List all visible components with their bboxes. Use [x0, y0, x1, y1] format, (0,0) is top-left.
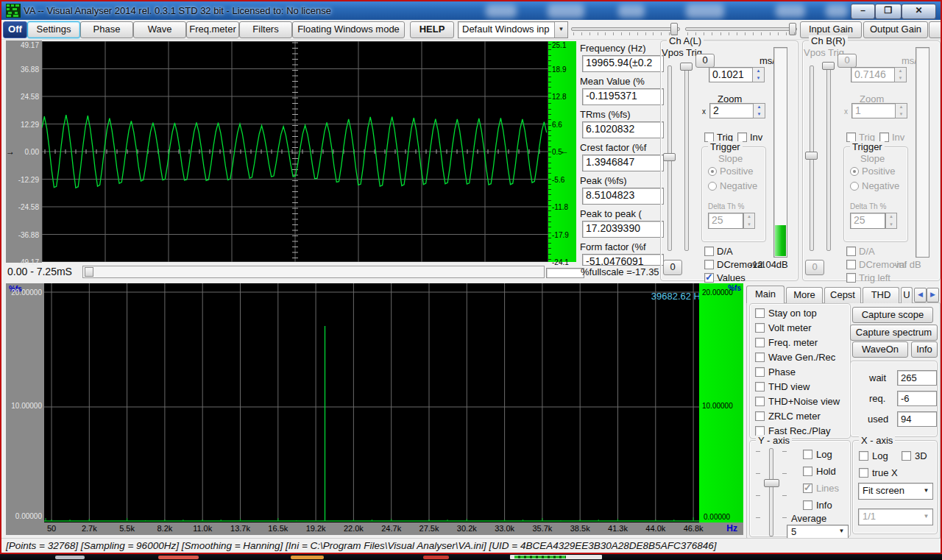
view-option-checkbox-wave-gen-rec[interactable] — [755, 352, 765, 362]
dropdown-arrow-icon[interactable]: ▼ — [920, 483, 932, 499]
filters-button[interactable]: Filters — [239, 21, 292, 38]
tab-thd[interactable]: THD — [863, 287, 899, 303]
channel-a-trig-thumb[interactable] — [680, 63, 693, 71]
channel-a-vpos-thumb[interactable] — [663, 153, 676, 161]
capture-scope-button[interactable]: Capture scope — [852, 307, 933, 323]
channel-a-zoom-spinner[interactable]: ▲▼ — [753, 103, 765, 118]
tab-cepst[interactable]: Cepst — [824, 287, 861, 303]
dropdown-arrow-icon[interactable]: ▼ — [835, 525, 848, 539]
used-value[interactable]: 94 — [897, 411, 937, 427]
view-option-checkbox-freq-meter[interactable] — [755, 338, 765, 347]
taskbar-icon[interactable] — [291, 556, 324, 559]
channel-b-zero-bottom-button[interactable]: 0 — [805, 260, 824, 275]
x-log-checkbox[interactable] — [859, 451, 868, 461]
output-gain-slider[interactable] — [685, 27, 797, 31]
view-option-checkbox-phase[interactable] — [755, 367, 765, 377]
channel-b-trig-thumb[interactable] — [822, 62, 835, 70]
channel-b-zoom-value[interactable]: 1 — [851, 103, 896, 118]
slope-positive-radio[interactable] — [850, 167, 859, 176]
average-select[interactable]: 5 ▼ — [787, 525, 849, 539]
view-option-checkbox-volt-meter[interactable] — [755, 323, 765, 333]
status-bar: [Points = 32768] [Sampling = 96000Hz] [S… — [1, 538, 941, 553]
channel-a-zero-button[interactable]: 0 — [695, 54, 715, 68]
tab-scroll-left-icon[interactable]: ◀ — [914, 288, 927, 302]
y-axis-slider-thumb[interactable] — [764, 479, 779, 487]
freq-meter-button[interactable]: Freq.meter — [186, 21, 239, 38]
wave-button[interactable]: Wave — [133, 21, 186, 38]
x-truex-checkbox[interactable] — [859, 468, 868, 478]
fit-screen-select[interactable]: Fit screen ▼ — [858, 483, 933, 500]
phase-button[interactable]: Phase — [80, 21, 133, 38]
view-option-checkbox-zrlc-meter[interactable] — [755, 411, 765, 421]
view-option-checkbox-thd-noise-view[interactable] — [755, 397, 765, 406]
y-info-label: Info — [816, 500, 832, 511]
channel-a-dcremoval-checkbox[interactable] — [704, 260, 714, 269]
slope-positive-radio[interactable] — [708, 167, 717, 176]
settings-button[interactable]: Settings — [27, 21, 80, 38]
minimize-button[interactable]: – — [851, 4, 875, 19]
capture-spectrum-button[interactable]: Capture spectrum — [850, 325, 938, 341]
windows-taskbar[interactable] — [0, 554, 942, 560]
y-info-checkbox[interactable] — [803, 500, 812, 510]
scope-scrollbar-thumb[interactable] — [85, 267, 93, 277]
channel-b-msd-value[interactable]: 0.7146 — [851, 67, 895, 82]
input-device-select[interactable]: Default Windows inp ▼ — [458, 21, 568, 38]
off-button[interactable]: Off — [3, 21, 27, 38]
channel-a-zoom-value[interactable]: 2 — [709, 103, 754, 118]
ratio-select[interactable]: 1/1 ▼ — [858, 508, 933, 525]
view-option-checkbox-stay-on-top[interactable] — [755, 308, 765, 318]
floating-windows-button[interactable]: Floating Windows mode — [292, 21, 405, 38]
taskbar-icon[interactable] — [158, 556, 199, 559]
scope-scrollbar[interactable] — [82, 266, 545, 278]
req-value[interactable]: -6 — [897, 391, 937, 406]
tab-main[interactable]: Main — [746, 286, 785, 303]
tab-more[interactable]: More — [786, 287, 823, 303]
output-gain-button[interactable]: Output Gain — [863, 21, 928, 38]
dropdown-arrow-icon[interactable]: ▼ — [920, 509, 932, 525]
y-lines-checkbox[interactable] — [803, 483, 812, 493]
channel-b-zero-button[interactable]: 0 — [837, 54, 857, 68]
input-gain-slider[interactable] — [571, 27, 680, 31]
slope-negative-label: Negative — [862, 180, 899, 191]
channel-a-msd-spinner[interactable]: ▲▼ — [752, 67, 765, 82]
channel-a-da-checkbox[interactable] — [704, 247, 714, 256]
spectrum-x-tick: 30.2k — [457, 524, 477, 533]
view-option-checkbox-thd-view[interactable] — [755, 382, 765, 391]
slope-negative-radio[interactable] — [708, 182, 717, 191]
channel-b-trig-slider[interactable] — [826, 63, 831, 251]
taskbar-active-app[interactable] — [510, 555, 602, 559]
delta-th-spinner[interactable]: ▲▼ — [885, 213, 897, 229]
channel-b-msd-spinner[interactable]: ▲▼ — [894, 67, 907, 82]
channel-a-zero-bottom-button[interactable]: 0 — [663, 260, 682, 275]
toolbar-overflow-button[interactable] — [929, 21, 942, 38]
dropdown-arrow-icon[interactable]: ▼ — [554, 22, 567, 38]
close-button[interactable]: ✕ — [902, 4, 936, 19]
desktop-blur-blob — [776, 4, 805, 18]
wait-value[interactable]: 265 — [897, 370, 937, 386]
taskbar-icon[interactable] — [55, 556, 85, 559]
channel-b-vpos-thumb[interactable] — [805, 152, 818, 160]
y-axis-slider[interactable] — [769, 448, 773, 536]
help-button[interactable]: HELP — [410, 21, 454, 38]
tab-partial[interactable]: U — [901, 287, 913, 303]
channel-a-trig-slider[interactable] — [684, 63, 689, 251]
delta-th-value[interactable]: 25 — [850, 213, 885, 229]
taskbar-app-icon — [514, 556, 566, 559]
y-log-checkbox[interactable] — [803, 450, 812, 459]
x-3d-checkbox[interactable] — [902, 451, 911, 461]
delta-th-spinner[interactable]: ▲▼ — [743, 213, 755, 229]
maximize-button[interactable]: ❐ — [875, 4, 902, 19]
delta-th-value[interactable]: 25 — [708, 213, 743, 229]
channel-b-da-checkbox[interactable] — [846, 247, 856, 256]
channel-a-msd-value[interactable]: 0.1021 — [709, 67, 753, 82]
y-hold-checkbox[interactable] — [803, 467, 812, 476]
channel-b-dcremoval-checkbox[interactable] — [846, 260, 856, 269]
channel-a-values-checkbox[interactable] — [704, 273, 714, 283]
channel-b-zoom-spinner[interactable]: ▲▼ — [895, 103, 907, 118]
slope-negative-radio[interactable] — [850, 182, 859, 191]
taskbar-icon[interactable] — [423, 556, 449, 559]
channel-b-trig-left-checkbox[interactable] — [846, 273, 856, 283]
info-button[interactable]: Info — [911, 341, 938, 358]
tab-scroll-right-icon[interactable]: ▶ — [927, 288, 939, 302]
wave-on-button[interactable]: WaveOn — [852, 341, 908, 358]
